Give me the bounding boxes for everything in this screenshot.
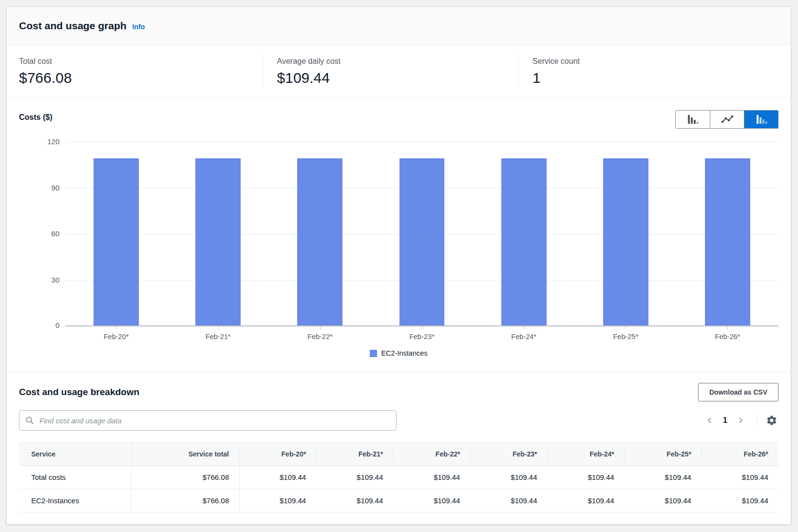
chevron-right-icon	[736, 416, 745, 425]
service-name-cell: EC2-Instances	[19, 489, 131, 512]
chart-section: Costs ($)	[7, 98, 791, 372]
y-axis-tick-label: 120	[35, 137, 59, 146]
panel-header: Cost and usage graph Info	[7, 7, 791, 45]
value-cell: $109.44	[316, 466, 393, 489]
download-csv-button[interactable]: Download as CSV	[698, 383, 779, 401]
value-cell: $109.44	[702, 489, 779, 512]
stat-service-count: Service count 1	[518, 45, 774, 97]
column-header-feb-24-: Feb-24*	[548, 443, 625, 465]
current-page-number: 1	[723, 416, 727, 425]
value-cell: $109.44	[625, 489, 702, 512]
stat-average-daily-cost: Average daily cost $109.44	[263, 45, 518, 97]
search-icon	[25, 416, 34, 425]
cost-and-usage-panel: Cost and usage graph Info Total cost $76…	[6, 6, 791, 525]
cost-and-usage-breakdown-section: Cost and usage breakdown Download as CSV…	[7, 372, 791, 513]
x-axis-label: Feb-20*	[94, 326, 139, 341]
next-page-button[interactable]	[734, 414, 747, 427]
value-cell: $109.44	[625, 466, 702, 489]
chevron-left-icon	[705, 416, 714, 425]
breakdown-title: Cost and usage breakdown	[19, 387, 139, 398]
table-row: EC2-Instances$766.08$109.44$109.44$109.4…	[19, 489, 779, 513]
bar-Feb-20*[interactable]	[94, 158, 139, 326]
value-cell: $109.44	[702, 466, 779, 489]
gear-icon	[766, 415, 778, 426]
table-body: Total costs$766.08$109.44$109.44$109.44$…	[19, 466, 779, 513]
table-settings-button[interactable]	[765, 414, 779, 427]
table-row: Total costs$766.08$109.44$109.44$109.44$…	[19, 466, 779, 489]
line-chart-icon	[721, 114, 734, 124]
column-header-feb-26-: Feb-26*	[702, 443, 779, 465]
bars-row	[65, 142, 779, 326]
bar-Feb-23*[interactable]	[399, 158, 445, 326]
stacked-bar-chart-button[interactable]	[744, 111, 778, 128]
legend-label: EC2-Instances	[381, 349, 427, 357]
x-axis-label: Feb-25*	[603, 326, 648, 341]
stat-label: Total cost	[19, 57, 263, 66]
x-axis-label: Feb-23*	[399, 326, 445, 341]
bar-Feb-25*[interactable]	[603, 158, 648, 326]
legend-item-ec2-instances[interactable]: EC2-Instances	[19, 349, 779, 372]
value-cell: $109.44	[393, 489, 470, 512]
legend-swatch	[370, 350, 377, 357]
y-axis-tick-label: 30	[35, 276, 59, 284]
value-cell: $109.44	[393, 466, 470, 489]
line-chart-button[interactable]	[710, 111, 744, 128]
value-cell: $766.08	[131, 466, 239, 489]
bar-chart-button[interactable]	[676, 111, 710, 128]
stat-value: 1	[532, 70, 774, 86]
value-cell: $109.44	[239, 466, 316, 489]
chart-type-toggle	[675, 110, 779, 129]
value-cell: $109.44	[470, 489, 547, 512]
stat-value: $109.44	[277, 70, 518, 86]
search-input[interactable]	[38, 416, 390, 425]
value-cell: $109.44	[239, 489, 316, 512]
column-header-feb-25-: Feb-25*	[625, 443, 702, 465]
breakdown-header: Cost and usage breakdown Download as CSV	[19, 383, 779, 401]
search-box	[19, 410, 397, 431]
column-header-feb-21-: Feb-21*	[316, 443, 393, 465]
table-toolbar: 1	[19, 410, 779, 431]
cost-breakdown-table: ServiceService totalFeb-20*Feb-21*Feb-22…	[19, 442, 779, 513]
toolbar-divider	[757, 414, 757, 427]
stat-label: Service count	[532, 57, 774, 66]
bar-Feb-22*[interactable]	[297, 158, 342, 326]
value-cell: $109.44	[548, 466, 625, 489]
bar-Feb-26*[interactable]	[705, 158, 750, 326]
stat-value: $766.08	[19, 70, 263, 86]
summary-stats: Total cost $766.08 Average daily cost $1…	[7, 45, 791, 98]
chart-header: Costs ($)	[19, 110, 779, 130]
bar-Feb-21*[interactable]	[195, 158, 241, 326]
previous-page-button[interactable]	[703, 414, 716, 427]
service-name-cell: Total costs	[19, 466, 131, 489]
column-header-feb-20-: Feb-20*	[239, 443, 316, 465]
x-axis-label: Feb-21*	[195, 326, 241, 341]
bar-Feb-24*[interactable]	[501, 158, 547, 326]
pagination-controls: 1	[703, 414, 779, 427]
column-header-feb-22-: Feb-22*	[393, 443, 470, 465]
column-header-feb-23-: Feb-23*	[470, 443, 547, 465]
value-cell: $109.44	[470, 466, 547, 489]
page-title: Cost and usage graph	[19, 20, 127, 32]
value-cell: $766.08	[131, 489, 239, 512]
stat-total-cost: Total cost $766.08	[7, 45, 263, 97]
stacked-bar-chart-icon	[755, 114, 768, 125]
y-axis-tick-label: 90	[35, 184, 59, 192]
x-axis-labels: Feb-20*Feb-21*Feb-22*Feb-23*Feb-24*Feb-2…	[65, 326, 779, 341]
value-cell: $109.44	[548, 489, 625, 512]
x-axis-label: Feb-26*	[705, 326, 750, 341]
y-axis-title: Costs ($)	[19, 110, 52, 122]
column-header-service-total: Service total	[131, 443, 239, 465]
x-axis-label: Feb-24*	[501, 326, 547, 341]
column-header-service: Service	[19, 443, 131, 465]
info-link[interactable]: Info	[133, 23, 145, 31]
y-axis-tick-label: 60	[35, 229, 59, 238]
gridline: 0	[65, 325, 779, 326]
bar-chart-icon	[686, 114, 699, 125]
plot-area: 0306090120	[65, 142, 779, 326]
y-axis-tick-label: 0	[35, 321, 59, 329]
stat-label: Average daily cost	[277, 57, 518, 66]
x-axis-label: Feb-22*	[297, 326, 342, 341]
value-cell: $109.44	[316, 489, 393, 512]
table-header-row: ServiceService totalFeb-20*Feb-21*Feb-22…	[19, 443, 779, 466]
